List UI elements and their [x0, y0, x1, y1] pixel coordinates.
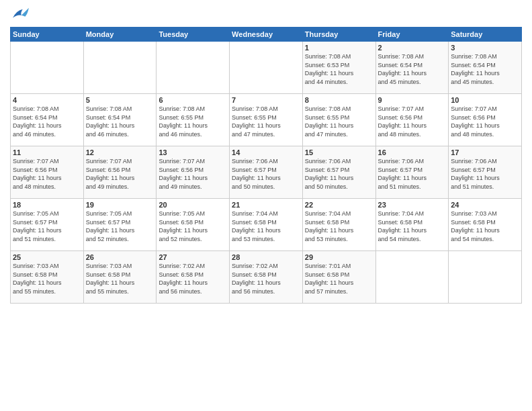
calendar-cell: 21Sunrise: 7:04 AM Sunset: 6:58 PM Dayli… [230, 199, 303, 251]
day-info: Sunrise: 7:08 AM Sunset: 6:53 PM Dayligh… [305, 52, 373, 86]
calendar-cell: 8Sunrise: 7:08 AM Sunset: 6:55 PM Daylig… [302, 94, 375, 146]
day-number: 18 [13, 201, 81, 209]
day-info: Sunrise: 7:06 AM Sunset: 6:57 PM Dayligh… [305, 157, 373, 191]
calendar-cell [230, 42, 303, 94]
logo [10, 7, 30, 21]
calendar-cell: 19Sunrise: 7:05 AM Sunset: 6:57 PM Dayli… [83, 199, 157, 251]
calendar-cell: 4Sunrise: 7:08 AM Sunset: 6:54 PM Daylig… [11, 94, 84, 146]
day-number: 15 [305, 148, 373, 156]
day-number: 7 [232, 96, 300, 104]
calendar-cell: 23Sunrise: 7:04 AM Sunset: 6:58 PM Dayli… [375, 199, 449, 251]
day-number: 21 [232, 201, 300, 209]
day-number: 2 [378, 44, 447, 52]
day-info: Sunrise: 7:08 AM Sunset: 6:55 PM Dayligh… [232, 105, 300, 138]
day-number: 9 [378, 96, 447, 104]
calendar-cell [83, 42, 157, 94]
calendar-cell: 15Sunrise: 7:06 AM Sunset: 6:57 PM Dayli… [302, 146, 375, 199]
calendar-cell: 6Sunrise: 7:08 AM Sunset: 6:55 PM Daylig… [157, 94, 230, 146]
day-number: 16 [378, 148, 447, 156]
day-info: Sunrise: 7:08 AM Sunset: 6:55 PM Dayligh… [305, 105, 373, 138]
day-number: 8 [305, 96, 373, 104]
calendar-cell: 22Sunrise: 7:04 AM Sunset: 6:58 PM Dayli… [302, 199, 375, 251]
day-info: Sunrise: 7:05 AM Sunset: 6:58 PM Dayligh… [159, 210, 227, 243]
header-sunday: Sunday [11, 28, 84, 42]
header-row: SundayMondayTuesdayWednesdayThursdayFrid… [11, 28, 522, 42]
day-number: 20 [159, 201, 227, 209]
day-number: 11 [13, 148, 81, 156]
header-friday: Friday [375, 28, 449, 42]
week-row-0: 1Sunrise: 7:08 AM Sunset: 6:53 PM Daylig… [11, 42, 522, 94]
day-number: 29 [305, 253, 373, 261]
calendar-table: SundayMondayTuesdayWednesdayThursdayFrid… [10, 27, 522, 304]
day-number: 6 [159, 96, 227, 104]
calendar-cell: 24Sunrise: 7:03 AM Sunset: 6:58 PM Dayli… [449, 199, 522, 251]
day-number: 17 [451, 148, 519, 156]
day-number: 26 [86, 253, 154, 261]
day-info: Sunrise: 7:08 AM Sunset: 6:54 PM Dayligh… [13, 105, 81, 138]
calendar-cell: 17Sunrise: 7:06 AM Sunset: 6:57 PM Dayli… [449, 146, 522, 199]
day-info: Sunrise: 7:07 AM Sunset: 6:56 PM Dayligh… [86, 157, 154, 191]
day-info: Sunrise: 7:07 AM Sunset: 6:56 PM Dayligh… [451, 105, 519, 138]
week-row-1: 4Sunrise: 7:08 AM Sunset: 6:54 PM Daylig… [11, 94, 522, 146]
calendar-cell: 5Sunrise: 7:08 AM Sunset: 6:54 PM Daylig… [83, 94, 157, 146]
calendar-header: SundayMondayTuesdayWednesdayThursdayFrid… [11, 28, 522, 42]
header-saturday: Saturday [449, 28, 522, 42]
day-number: 25 [13, 253, 81, 261]
day-number: 13 [159, 148, 227, 156]
calendar-cell [449, 251, 522, 304]
calendar-cell: 28Sunrise: 7:02 AM Sunset: 6:58 PM Dayli… [230, 251, 303, 304]
calendar-cell: 14Sunrise: 7:06 AM Sunset: 6:57 PM Dayli… [230, 146, 303, 199]
week-row-3: 18Sunrise: 7:05 AM Sunset: 6:57 PM Dayli… [11, 199, 522, 251]
calendar-body: 1Sunrise: 7:08 AM Sunset: 6:53 PM Daylig… [11, 42, 522, 304]
calendar-cell: 2Sunrise: 7:08 AM Sunset: 6:54 PM Daylig… [375, 42, 449, 94]
day-number: 3 [451, 44, 519, 52]
day-info: Sunrise: 7:04 AM Sunset: 6:58 PM Dayligh… [378, 210, 447, 243]
day-info: Sunrise: 7:03 AM Sunset: 6:58 PM Dayligh… [13, 262, 81, 295]
calendar-cell [11, 42, 84, 94]
calendar-cell: 20Sunrise: 7:05 AM Sunset: 6:58 PM Dayli… [157, 199, 230, 251]
day-number: 1 [305, 44, 373, 52]
day-number: 27 [159, 253, 227, 261]
calendar-cell [157, 42, 230, 94]
day-info: Sunrise: 7:03 AM Sunset: 6:58 PM Dayligh… [451, 210, 519, 243]
day-number: 19 [86, 201, 154, 209]
calendar-cell: 3Sunrise: 7:08 AM Sunset: 6:54 PM Daylig… [449, 42, 522, 94]
header [10, 7, 522, 21]
day-number: 23 [378, 201, 447, 209]
day-info: Sunrise: 7:07 AM Sunset: 6:56 PM Dayligh… [159, 157, 227, 191]
day-info: Sunrise: 7:04 AM Sunset: 6:58 PM Dayligh… [305, 210, 373, 243]
day-info: Sunrise: 7:06 AM Sunset: 6:57 PM Dayligh… [451, 157, 519, 191]
day-number: 4 [13, 96, 81, 104]
calendar-cell: 1Sunrise: 7:08 AM Sunset: 6:53 PM Daylig… [302, 42, 375, 94]
week-row-2: 11Sunrise: 7:07 AM Sunset: 6:56 PM Dayli… [11, 146, 522, 199]
day-info: Sunrise: 7:05 AM Sunset: 6:57 PM Dayligh… [13, 210, 81, 243]
day-info: Sunrise: 7:01 AM Sunset: 6:58 PM Dayligh… [305, 262, 373, 295]
day-info: Sunrise: 7:02 AM Sunset: 6:58 PM Dayligh… [232, 262, 300, 295]
day-info: Sunrise: 7:03 AM Sunset: 6:58 PM Dayligh… [86, 262, 154, 295]
header-monday: Monday [83, 28, 157, 42]
day-info: Sunrise: 7:07 AM Sunset: 6:56 PM Dayligh… [378, 105, 447, 138]
week-row-4: 25Sunrise: 7:03 AM Sunset: 6:58 PM Dayli… [11, 251, 522, 304]
calendar-cell: 25Sunrise: 7:03 AM Sunset: 6:58 PM Dayli… [11, 251, 84, 304]
calendar-cell: 26Sunrise: 7:03 AM Sunset: 6:58 PM Dayli… [83, 251, 157, 304]
day-info: Sunrise: 7:06 AM Sunset: 6:57 PM Dayligh… [378, 157, 447, 191]
calendar-cell [375, 251, 449, 304]
calendar-cell: 10Sunrise: 7:07 AM Sunset: 6:56 PM Dayli… [449, 94, 522, 146]
calendar-cell: 18Sunrise: 7:05 AM Sunset: 6:57 PM Dayli… [11, 199, 84, 251]
day-number: 14 [232, 148, 300, 156]
header-thursday: Thursday [302, 28, 375, 42]
day-info: Sunrise: 7:02 AM Sunset: 6:58 PM Dayligh… [159, 262, 227, 295]
day-info: Sunrise: 7:08 AM Sunset: 6:54 PM Dayligh… [451, 52, 519, 86]
day-number: 28 [232, 253, 300, 261]
day-number: 12 [86, 148, 154, 156]
day-info: Sunrise: 7:05 AM Sunset: 6:57 PM Dayligh… [86, 210, 154, 243]
page-container: SundayMondayTuesdayWednesdayThursdayFrid… [0, 0, 532, 307]
header-wednesday: Wednesday [230, 28, 303, 42]
day-info: Sunrise: 7:06 AM Sunset: 6:57 PM Dayligh… [232, 157, 300, 191]
day-number: 24 [451, 201, 519, 209]
day-number: 22 [305, 201, 373, 209]
calendar-cell: 11Sunrise: 7:07 AM Sunset: 6:56 PM Dayli… [11, 146, 84, 199]
calendar-cell: 29Sunrise: 7:01 AM Sunset: 6:58 PM Dayli… [302, 251, 375, 304]
header-tuesday: Tuesday [157, 28, 230, 42]
calendar-cell: 27Sunrise: 7:02 AM Sunset: 6:58 PM Dayli… [157, 251, 230, 304]
